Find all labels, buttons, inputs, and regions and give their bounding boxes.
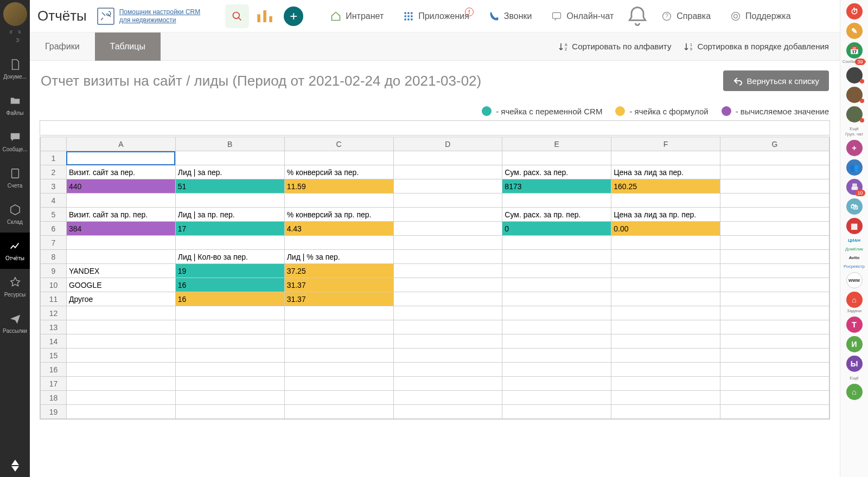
right-calendar[interactable]: 📅39Сообщения <box>845 42 864 64</box>
sidebar-item-mailings[interactable]: Рассылки <box>0 305 30 341</box>
right-calc[interactable]: ▦ <box>845 218 864 234</box>
cell[interactable] <box>284 334 393 349</box>
cell[interactable] <box>611 320 720 334</box>
cell[interactable] <box>393 194 502 208</box>
cell[interactable]: 160.25 <box>611 179 720 194</box>
col-header-C[interactable]: C <box>284 137 393 151</box>
sidebar-item-messages[interactable]: Сообще... <box>0 124 30 160</box>
cell[interactable] <box>720 264 829 278</box>
cell[interactable]: GOOGLE <box>66 278 175 292</box>
cell[interactable] <box>720 334 829 349</box>
sidebar-scroll-arrows[interactable] <box>11 460 19 477</box>
col-header-F[interactable]: F <box>611 137 720 151</box>
cell[interactable] <box>611 236 720 250</box>
sidebar-item-resources[interactable]: Ресурсы <box>0 269 30 305</box>
cell[interactable] <box>502 320 611 334</box>
cell[interactable] <box>175 349 284 363</box>
cell[interactable]: 384 <box>66 222 175 236</box>
sidebar-item-files[interactable]: Файлы <box>0 87 30 124</box>
sort-alphabetically[interactable]: AZ Сортировать по алфавиту <box>559 42 671 51</box>
sidebar-item-stock[interactable]: Склад <box>0 196 30 233</box>
cell[interactable] <box>502 377 611 391</box>
cell[interactable] <box>720 292 829 306</box>
cell[interactable] <box>66 306 175 320</box>
cell[interactable] <box>284 363 393 377</box>
cell[interactable] <box>502 236 611 250</box>
cell[interactable] <box>502 405 611 419</box>
cell[interactable]: 0 <box>502 222 611 236</box>
right-timer[interactable]: ⏱ <box>845 3 864 20</box>
cell[interactable] <box>175 194 284 208</box>
cell[interactable] <box>66 363 175 377</box>
cell[interactable]: YANDEX <box>66 264 175 278</box>
cell[interactable]: 440 <box>66 179 175 194</box>
cell[interactable] <box>175 334 284 349</box>
sidebar-item-documents[interactable]: Докуме... <box>0 51 30 87</box>
cell[interactable] <box>720 320 829 334</box>
cell[interactable] <box>720 349 829 363</box>
row-header[interactable]: 1 <box>41 151 67 165</box>
cell[interactable] <box>66 349 175 363</box>
cell[interactable] <box>611 306 720 320</box>
col-header-A[interactable]: A <box>66 137 175 151</box>
right-more-2[interactable]: Ещё <box>845 375 864 381</box>
cell[interactable] <box>611 278 720 292</box>
row-header[interactable]: 13 <box>41 320 67 334</box>
right-home[interactable]: ⌂Задачи <box>845 292 864 313</box>
row-header[interactable]: 14 <box>41 334 67 349</box>
search-button[interactable] <box>225 4 249 28</box>
cell[interactable] <box>284 349 393 363</box>
cell[interactable] <box>720 179 829 194</box>
right-bag[interactable]: 🛍 <box>845 198 864 215</box>
sort-by-add-order[interactable]: 19 Сортировка в порядке добавления <box>684 42 829 51</box>
cell[interactable] <box>611 151 720 165</box>
cell[interactable] <box>393 278 502 292</box>
cell[interactable] <box>66 391 175 405</box>
cell[interactable] <box>66 405 175 419</box>
headset-phone-icon[interactable] <box>7 30 24 44</box>
cell[interactable] <box>502 363 611 377</box>
cell[interactable] <box>611 349 720 363</box>
cell[interactable] <box>393 165 502 179</box>
cell[interactable] <box>284 151 393 165</box>
right-letter-y[interactable]: Ы <box>845 356 864 372</box>
cell[interactable] <box>393 363 502 377</box>
cell[interactable] <box>720 405 829 419</box>
cell[interactable] <box>720 194 829 208</box>
cell[interactable]: 4.43 <box>284 222 393 236</box>
right-bottom-home[interactable]: ⌂ <box>845 384 864 400</box>
cell[interactable] <box>502 334 611 349</box>
cell[interactable] <box>284 320 393 334</box>
cell[interactable]: 31.37 <box>284 292 393 306</box>
tab-tables[interactable]: Таблицы <box>95 33 161 61</box>
cell[interactable] <box>175 151 284 165</box>
nav-support[interactable]: Поддержка <box>723 11 798 22</box>
formula-bar[interactable] <box>40 120 830 136</box>
cell[interactable] <box>611 292 720 306</box>
cell[interactable]: Сум. расх. за пр. пер. <box>502 208 611 222</box>
row-header[interactable]: 6 <box>41 222 67 236</box>
cell[interactable] <box>175 377 284 391</box>
cell[interactable]: Визит. сайт за пр. пер. <box>66 208 175 222</box>
right-more[interactable]: ЕщёГруп. чат <box>845 126 864 137</box>
row-header[interactable]: 8 <box>41 250 67 264</box>
notifications-button[interactable] <box>626 4 649 28</box>
cell[interactable] <box>393 377 502 391</box>
cell[interactable] <box>611 194 720 208</box>
cell[interactable] <box>502 264 611 278</box>
cell[interactable] <box>393 264 502 278</box>
cell[interactable]: Лид | Кол-во за пер. <box>175 250 284 264</box>
cell[interactable] <box>393 236 502 250</box>
row-header[interactable]: 7 <box>41 236 67 250</box>
nav-apps[interactable]: Приложения ! <box>395 11 477 22</box>
cell[interactable]: % конверсий за пер. <box>284 165 393 179</box>
right-rosreestr[interactable]: Росреестр <box>845 263 864 269</box>
col-header-B[interactable]: B <box>175 137 284 151</box>
right-sign[interactable]: ✎ <box>845 23 864 39</box>
cell[interactable] <box>284 391 393 405</box>
nav-intranet[interactable]: Интранет <box>323 11 391 22</box>
col-header-G[interactable]: G <box>720 137 829 151</box>
cell[interactable] <box>502 306 611 320</box>
add-button[interactable]: + <box>282 4 305 28</box>
right-domclick[interactable]: ДомКлик <box>845 246 864 252</box>
